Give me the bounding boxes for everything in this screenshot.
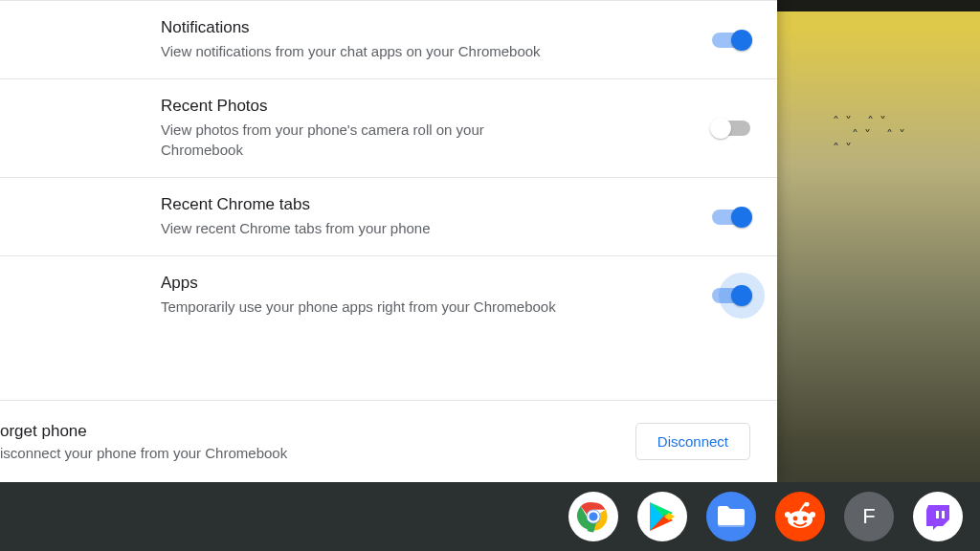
svg-point-5 — [810, 512, 815, 518]
svg-rect-10 — [942, 511, 945, 518]
svg-point-7 — [803, 517, 808, 521]
wallpaper-birds: ˄˅ ˄˅ ˄˅ ˄˅˄˅ — [833, 115, 911, 155]
shelf: F — [0, 482, 980, 551]
setting-desc: View notifications from your chat apps o… — [161, 41, 563, 61]
forget-phone-section: orget phone isconnect your phone from yo… — [0, 400, 777, 482]
files-icon[interactable] — [706, 492, 756, 541]
svg-point-8 — [805, 502, 810, 507]
toggle-notifications[interactable] — [712, 33, 750, 48]
forget-desc: isconnect your phone from your Chromeboo… — [0, 445, 635, 461]
settings-window: Notifications View notifications from yo… — [0, 0, 777, 482]
setting-title: Recent Photos — [161, 97, 683, 116]
toggle-recent-photos[interactable] — [712, 121, 750, 136]
chrome-icon[interactable] — [568, 492, 618, 541]
toggle-recent-chrome-tabs[interactable] — [712, 209, 750, 225]
settings-list: Notifications View notifications from yo… — [0, 0, 777, 400]
svg-rect-9 — [936, 511, 939, 518]
svg-point-4 — [785, 512, 791, 518]
setting-row-recent-photos: Recent Photos View photos from your phon… — [0, 78, 777, 177]
disconnect-button[interactable]: Disconnect — [635, 423, 750, 460]
setting-title: Recent Chrome tabs — [161, 195, 683, 214]
reddit-icon[interactable] — [775, 492, 825, 541]
svg-point-2 — [588, 511, 598, 521]
setting-title: Apps — [161, 274, 683, 293]
play-store-icon[interactable] — [637, 492, 687, 541]
svg-point-6 — [793, 517, 798, 521]
setting-desc: View recent Chrome tabs from your phone — [161, 218, 563, 238]
setting-title: Notifications — [161, 18, 683, 37]
forget-title: orget phone — [0, 422, 635, 441]
setting-desc: Temporarily use your phone apps right fr… — [161, 297, 563, 317]
setting-row-notifications: Notifications View notifications from yo… — [0, 0, 777, 78]
app-letter: F — [862, 504, 875, 529]
setting-row-recent-chrome-tabs: Recent Chrome tabs View recent Chrome ta… — [0, 177, 777, 255]
toggle-apps[interactable] — [712, 288, 750, 303]
twitch-icon[interactable] — [913, 492, 963, 541]
setting-row-apps: Apps Temporarily use your phone apps rig… — [0, 255, 777, 334]
setting-desc: View photos from your phone's camera rol… — [161, 120, 563, 160]
app-letter-icon[interactable]: F — [844, 492, 894, 541]
